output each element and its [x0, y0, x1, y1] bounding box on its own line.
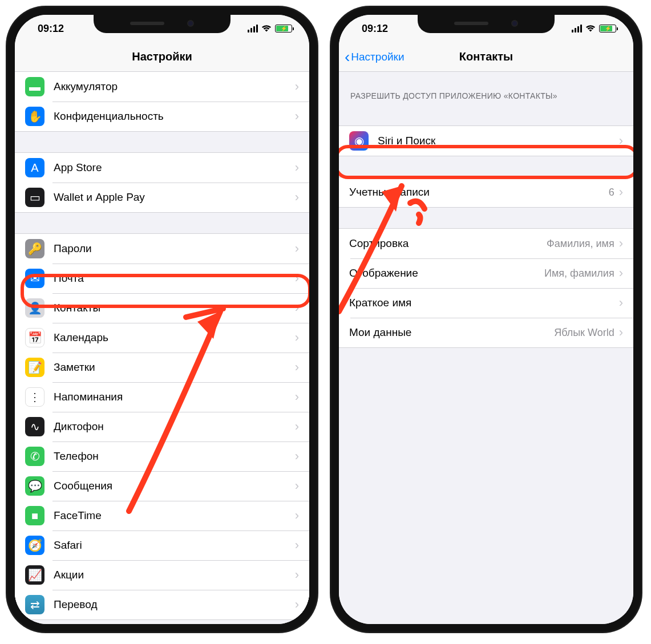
chevron-right-icon: › [619, 185, 623, 200]
mail-icon: ✉ [25, 269, 45, 288]
chevron-right-icon: › [619, 295, 623, 310]
row-label: Перевод [54, 598, 295, 611]
settings-row-safari[interactable]: 🧭Safari› [15, 530, 309, 560]
phone-frame-left: 09:12 ⚡ Настройки ▬Аккумулятор›✋Конфиден… [6, 6, 318, 633]
battery-icon: ▬ [25, 77, 45, 96]
settings-row-privacy[interactable]: ✋Конфиденциальность› [15, 102, 309, 131]
row-siri-search[interactable]: ◉ Siri и Поиск › [339, 126, 633, 156]
voice-memos-icon: ∿ [25, 417, 45, 436]
row-label: Wallet и Apple Pay [54, 191, 295, 204]
messages-icon: 💬 [25, 476, 45, 496]
chevron-right-icon: › [295, 390, 299, 404]
row-label: Safari [54, 539, 295, 552]
chevron-right-icon: › [619, 266, 623, 281]
row-detail: Фамилия, имя [547, 238, 614, 250]
row-label: Аккумулятор [54, 80, 295, 93]
row-label: Календарь [54, 331, 295, 344]
row-label: Siri и Поиск [378, 135, 619, 147]
chevron-right-icon: › [295, 360, 299, 375]
row-label: Телефон [54, 450, 295, 463]
chevron-right-icon: › [295, 160, 299, 175]
row-shortname[interactable]: Краткое имя › [339, 288, 633, 318]
settings-row-translate[interactable]: ⇄Перевод› [15, 590, 309, 619]
settings-row-battery[interactable]: ▬Аккумулятор› [15, 72, 309, 102]
settings-row-passwords[interactable]: 🔑Пароли› [15, 234, 309, 264]
chevron-right-icon: › [295, 449, 299, 464]
phone-icon: ✆ [25, 447, 45, 466]
nav-bar: Настройки [15, 42, 309, 72]
status-time: 09:12 [38, 23, 64, 35]
page-title: Контакты [459, 50, 513, 63]
settings-row-voice-memos[interactable]: ∿Диктофон› [15, 412, 309, 442]
row-label: Конфиденциальность [54, 110, 295, 123]
row-label: Диктофон [54, 420, 295, 433]
row-detail: Яблык World [554, 327, 614, 339]
screen-left: 09:12 ⚡ Настройки ▬Аккумулятор›✋Конфиден… [15, 15, 309, 624]
chevron-right-icon: › [295, 538, 299, 553]
row-display[interactable]: Отображение Имя, фамилия › [339, 258, 633, 288]
screen-right: 09:12 ⚡ ‹ Настройки Контакты РАЗРЕШИТЬ Д… [339, 15, 633, 624]
facetime-icon: ■ [25, 506, 45, 525]
row-label: Сортировка [349, 237, 547, 250]
row-sort[interactable]: Сортировка Фамилия, имя › [339, 229, 633, 258]
row-label: Отображение [349, 267, 544, 280]
row-mydata[interactable]: Мои данные Яблык World › [339, 318, 633, 347]
settings-list[interactable]: ▬Аккумулятор›✋Конфиденциальность›AApp St… [15, 72, 309, 624]
row-label: Сообщения [54, 480, 295, 492]
chevron-right-icon: › [295, 330, 299, 345]
phone-frame-right: 09:12 ⚡ ‹ Настройки Контакты РАЗРЕШИТЬ Д… [330, 6, 642, 633]
settings-row-notes[interactable]: 📝Заметки› [15, 353, 309, 382]
chevron-right-icon: › [619, 236, 623, 251]
chevron-right-icon: › [295, 568, 299, 582]
siri-icon: ◉ [349, 131, 369, 151]
wifi-icon [261, 25, 272, 33]
settings-row-reminders[interactable]: ⋮Напоминания› [15, 382, 309, 412]
settings-row-mail[interactable]: ✉Почта› [15, 264, 309, 293]
section-header-allow-access: РАЗРЕШИТЬ ДОСТУП ПРИЛОЖЕНИЮ «КОНТАКТЫ» [339, 72, 633, 105]
translate-icon: ⇄ [25, 595, 45, 614]
notes-icon: 📝 [25, 358, 45, 377]
back-button[interactable]: ‹ Настройки [345, 42, 405, 71]
settings-row-wallet[interactable]: ▭Wallet и Apple Pay› [15, 183, 309, 212]
settings-row-messages[interactable]: 💬Сообщения› [15, 471, 309, 501]
chevron-right-icon: › [295, 301, 299, 315]
row-label: Краткое имя [349, 297, 619, 309]
wallet-icon: ▭ [25, 188, 45, 207]
signal-icon [572, 25, 582, 33]
chevron-right-icon: › [295, 79, 299, 94]
contacts-settings[interactable]: РАЗРЕШИТЬ ДОСТУП ПРИЛОЖЕНИЮ «КОНТАКТЫ» ◉… [339, 72, 633, 624]
signal-icon [248, 25, 258, 33]
calendar-icon: 📅 [25, 328, 45, 347]
stocks-icon: 📈 [25, 565, 45, 585]
page-title: Настройки [132, 50, 192, 63]
privacy-icon: ✋ [25, 107, 45, 126]
chevron-right-icon: › [295, 479, 299, 493]
chevron-right-icon: › [295, 508, 299, 523]
row-label: Учетные записи [349, 186, 609, 199]
row-detail: 6 [609, 187, 614, 199]
settings-row-phone[interactable]: ✆Телефон› [15, 442, 309, 471]
row-label: Заметки [54, 361, 295, 374]
settings-row-contacts[interactable]: 👤Контакты› [15, 293, 309, 323]
row-label: FaceTime [54, 509, 295, 522]
chevron-right-icon: › [619, 133, 623, 148]
appstore-icon: A [25, 158, 45, 177]
settings-row-calendar[interactable]: 📅Календарь› [15, 323, 309, 353]
row-label: Почта [54, 272, 295, 285]
nav-bar: ‹ Настройки Контакты [339, 42, 633, 72]
row-label: Напоминания [54, 391, 295, 403]
settings-row-stocks[interactable]: 📈Акции› [15, 560, 309, 590]
row-detail: Имя, фамилия [544, 268, 614, 280]
chevron-right-icon: › [295, 190, 299, 205]
status-time: 09:12 [362, 23, 388, 35]
row-accounts[interactable]: Учетные записи 6 › [339, 177, 633, 207]
row-label: Мои данные [349, 326, 554, 339]
settings-row-facetime[interactable]: ■FaceTime› [15, 501, 309, 530]
wifi-icon [585, 25, 596, 33]
battery-icon: ⚡ [275, 25, 292, 33]
settings-row-appstore[interactable]: AApp Store› [15, 153, 309, 183]
row-label: Пароли [54, 242, 295, 255]
row-label: Контакты [54, 302, 295, 314]
notch [418, 14, 555, 33]
notch [94, 14, 231, 33]
